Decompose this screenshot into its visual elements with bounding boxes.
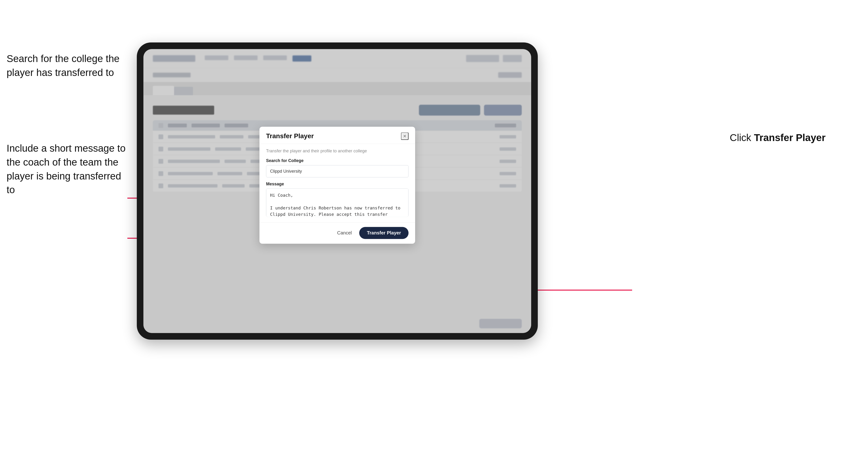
message-label: Message — [266, 182, 408, 187]
annotation-left-bottom: Include a short message to the coach of … — [7, 142, 129, 197]
modal-subtitle: Transfer the player and their profile to… — [266, 149, 408, 154]
close-icon: × — [403, 133, 406, 139]
modal-title: Transfer Player — [266, 132, 314, 140]
search-college-input[interactable] — [266, 165, 408, 177]
modal-close-button[interactable]: × — [401, 132, 408, 140]
transfer-player-button[interactable]: Transfer Player — [359, 227, 408, 239]
annotation-right-bold: Transfer Player — [754, 132, 826, 143]
annotation-text-2: Include a short message to the coach of … — [7, 142, 129, 197]
modal-body: Transfer the player and their profile to… — [259, 144, 415, 222]
search-college-label: Search for College — [266, 158, 408, 163]
modal-header: Transfer Player × — [259, 127, 415, 144]
cancel-button[interactable]: Cancel — [333, 228, 355, 238]
tablet-frame: Transfer Player × Transfer the player an… — [137, 42, 538, 340]
modal-footer: Cancel Transfer Player — [259, 222, 415, 244]
modal-overlay: Transfer Player × Transfer the player an… — [144, 49, 531, 333]
annotation-left-top: Search for the college the player has tr… — [7, 52, 129, 80]
annotation-text-1: Search for the college the player has tr… — [7, 52, 129, 80]
transfer-player-modal: Transfer Player × Transfer the player an… — [259, 127, 415, 244]
tablet-screen: Transfer Player × Transfer the player an… — [144, 49, 531, 333]
annotation-right: Click Transfer Player — [730, 132, 826, 144]
message-textarea[interactable]: Hi Coach, I understand Chris Robertson h… — [266, 188, 408, 217]
annotation-right-prefix: Click — [730, 132, 754, 143]
